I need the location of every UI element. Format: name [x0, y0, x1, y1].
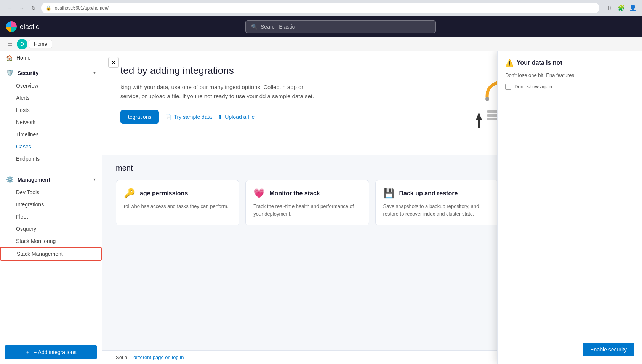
sidebar-item-integrations[interactable]: Integrations — [0, 198, 102, 211]
warning-icon: ⚠️ — [505, 59, 514, 67]
sidebar-item-osquery[interactable]: Osquery — [0, 223, 102, 235]
enable-security-button[interactable]: Enable security — [583, 343, 634, 356]
add-integrations-hero-label: tegrations — [128, 114, 151, 120]
plus-icon: ＋ — [25, 349, 30, 356]
sidebar-item-endpoints[interactable]: Endpoints — [0, 153, 102, 165]
sidebar-item-fleet[interactable]: Fleet — [0, 211, 102, 223]
elastic-logo-text: elastic — [20, 23, 39, 31]
add-integrations-label: + Add integrations — [34, 349, 76, 355]
card-permissions: 🔑 age permissions rol who has access and… — [116, 180, 239, 225]
upload-file-label: Upload a file — [225, 114, 255, 120]
hero-description: king with your data, use one of our many… — [120, 83, 319, 101]
sidebar-section-management[interactable]: ⚙️ Management ▾ — [0, 171, 102, 186]
sidebar-item-dev-tools[interactable]: Dev Tools — [0, 186, 102, 198]
modal-close-button[interactable]: ✕ — [108, 57, 119, 68]
sidebar: 🏠 Home 🛡️ Security ▾ Overview Alerts Hos… — [0, 51, 102, 364]
card-permissions-header: 🔑 age permissions — [124, 188, 231, 199]
popup-title: ⚠️ Your data is not — [505, 59, 634, 67]
content-area: ✕ ted by adding integrations king with y… — [102, 51, 642, 364]
monitor-icon: 💗 — [253, 188, 265, 199]
card-permissions-description: rol who has access and tasks they can pe… — [124, 203, 231, 210]
search-placeholder: Search Elastic — [261, 24, 295, 30]
tab-bar: ☰ D Home — [0, 37, 642, 51]
security-icon: 🛡️ — [6, 69, 14, 77]
card-monitor-description: Track the real-time health and performan… — [253, 203, 361, 217]
popup-checkbox-row: Don't show again — [505, 84, 634, 90]
sidebar-item-hosts[interactable]: Hosts — [0, 104, 102, 116]
card-backup-header: 💾 Back up and restore — [383, 188, 491, 199]
url-bar[interactable]: 🔒 localhost:5601/app/home#/ — [41, 3, 599, 13]
svg-rect-22 — [478, 120, 480, 128]
dont-show-checkbox[interactable] — [505, 84, 511, 90]
permissions-icon: 🔑 — [124, 188, 135, 199]
lock-icon: 🔒 — [46, 5, 51, 11]
card-monitor-title: Monitor the stack — [269, 190, 320, 197]
sidebar-bottom: ＋ + Add integrations — [0, 340, 102, 364]
card-backup-description: Save snapshots to a backup repository, a… — [383, 203, 491, 217]
management-chevron-icon: ▾ — [93, 177, 96, 182]
sidebar-management-label: Management — [18, 177, 50, 183]
sidebar-section-security[interactable]: 🛡️ Security ▾ — [0, 65, 102, 80]
extensions-icon[interactable]: 🧩 — [617, 3, 626, 13]
management-icon: ⚙️ — [6, 176, 14, 183]
sidebar-item-stack-management[interactable]: Stack Management — [0, 247, 102, 261]
sidebar-item-home[interactable]: 🏠 Home — [0, 51, 102, 65]
try-sample-data-label: Try sample data — [174, 114, 212, 120]
main-layout: 🏠 Home 🛡️ Security ▾ Overview Alerts Hos… — [0, 51, 642, 364]
search-bar[interactable]: 🔍 Search Elastic — [245, 20, 436, 33]
document-icon: 📄 — [165, 114, 171, 120]
card-backup-title: Back up and restore — [399, 190, 458, 197]
try-sample-data-button[interactable]: 📄 Try sample data — [165, 114, 212, 120]
svg-marker-21 — [476, 112, 482, 120]
sidebar-item-alerts[interactable]: Alerts — [0, 92, 102, 104]
add-integrations-button[interactable]: ＋ + Add integrations — [5, 345, 97, 359]
sidebar-item-overview[interactable]: Overview — [0, 80, 102, 92]
sidebar-item-cases[interactable]: Cases — [0, 140, 102, 153]
refresh-button[interactable]: ↻ — [29, 3, 38, 13]
sidebar-item-timelines[interactable]: Timelines — [0, 128, 102, 140]
card-backup: 💾 Back up and restore Save snapshots to … — [375, 180, 499, 225]
hero-actions: tegrations 📄 Try sample data ⬆ Upload a … — [120, 110, 459, 124]
different-page-link[interactable]: different page on log in — [133, 354, 184, 360]
hamburger-button[interactable]: ☰ — [5, 39, 15, 49]
sidebar-security-label: Security — [18, 70, 38, 76]
card-monitor-header: 💗 Monitor the stack — [253, 188, 361, 199]
url-text: localhost:5601/app/home#/ — [54, 5, 109, 11]
elastic-logo[interactable]: elastic — [6, 21, 39, 32]
sidebar-home-label: Home — [16, 55, 30, 61]
security-chevron-icon: ▾ — [93, 70, 96, 75]
hero-title-text: ted by adding integrations — [120, 65, 234, 76]
upload-icon: ⬆ — [218, 114, 223, 120]
backup-icon: 💾 — [383, 188, 395, 199]
popup-description: Don't lose one bit. Ena features. — [505, 72, 634, 79]
add-integrations-hero-button[interactable]: tegrations — [120, 110, 159, 124]
back-button[interactable]: ← — [5, 3, 14, 13]
card-monitor: 💗 Monitor the stack Track the real-time … — [245, 180, 369, 225]
user-avatar[interactable]: D — [17, 39, 27, 49]
bottom-bar-text: Set a — [116, 354, 127, 360]
search-icon: 🔍 — [251, 24, 258, 30]
hero-content: ted by adding integrations king with you… — [120, 65, 459, 124]
card-permissions-title: age permissions — [140, 190, 188, 197]
upload-file-button[interactable]: ⬆ Upload a file — [218, 114, 255, 120]
management-section-title: ment — [116, 164, 133, 172]
profile-icon[interactable]: 👤 — [628, 3, 637, 13]
browser-chrome: ← → ↻ 🔒 localhost:5601/app/home#/ ⊞ 🧩 👤 — [0, 0, 642, 16]
elastic-header: elastic 🔍 Search Elastic — [0, 16, 642, 37]
svg-point-26 — [485, 97, 489, 101]
sidebar-item-stack-monitoring[interactable]: Stack Monitoring — [0, 235, 102, 247]
tab-home[interactable]: Home — [29, 40, 52, 48]
security-popup: ⚠️ Your data is not Don't lose one bit. … — [497, 51, 642, 364]
translate-icon[interactable]: ⊞ — [605, 3, 615, 13]
hero-title: ted by adding integrations — [120, 65, 459, 77]
popup-title-text: Your data is not — [517, 59, 562, 66]
dont-show-label: Don't show again — [514, 84, 552, 89]
elastic-logo-icon — [6, 21, 17, 32]
home-icon: 🏠 — [6, 55, 13, 61]
sidebar-divider — [0, 168, 102, 168]
sidebar-item-network[interactable]: Network — [0, 116, 102, 128]
forward-button[interactable]: → — [17, 3, 26, 13]
